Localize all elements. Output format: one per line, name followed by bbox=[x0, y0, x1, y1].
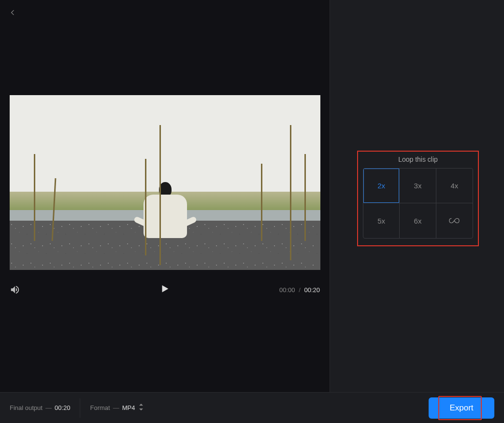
select-arrows-icon bbox=[139, 404, 144, 412]
format-group: Format — MP4 bbox=[90, 404, 144, 412]
final-output-group: Final output — 00:20 bbox=[10, 404, 70, 411]
format-value: MP4 bbox=[122, 404, 135, 411]
time-display: 00:00 / 00:20 bbox=[279, 286, 320, 294]
back-button[interactable] bbox=[7, 7, 18, 18]
volume-button[interactable] bbox=[10, 284, 20, 295]
final-output-value: 00:20 bbox=[55, 404, 71, 411]
duration: 00:20 bbox=[304, 286, 320, 294]
video-preview bbox=[10, 95, 320, 270]
export-button[interactable]: Export bbox=[429, 397, 494, 419]
preview-panel: 00:00 / 00:20 bbox=[0, 0, 330, 392]
loop-option-3x[interactable]: 3x bbox=[400, 169, 436, 203]
format-label: Format bbox=[90, 404, 110, 411]
settings-panel: Loop this clip 2x 3x 4x 5x 6x bbox=[330, 0, 504, 392]
loop-option-4x[interactable]: 4x bbox=[436, 169, 473, 203]
bottom-bar: Final output — 00:20 Format — MP4 Export bbox=[0, 392, 504, 423]
time-separator: / bbox=[299, 286, 301, 294]
loop-panel: Loop this clip 2x 3x 4x 5x 6x bbox=[357, 151, 479, 246]
loop-option-6x[interactable]: 6x bbox=[400, 203, 436, 238]
export-label: Export bbox=[449, 403, 473, 412]
play-button[interactable] bbox=[159, 283, 170, 296]
loop-option-2x[interactable]: 2x bbox=[363, 169, 400, 203]
play-icon bbox=[159, 283, 170, 294]
loop-title: Loop this clip bbox=[363, 155, 473, 168]
infinity-icon bbox=[449, 217, 460, 224]
loop-grid: 2x 3x 4x 5x 6x bbox=[363, 168, 473, 239]
loop-option-infinite[interactable] bbox=[436, 203, 473, 238]
current-time: 00:00 bbox=[279, 286, 295, 294]
final-output-label: Final output bbox=[10, 404, 43, 411]
player-controls: 00:00 / 00:20 bbox=[10, 280, 320, 299]
volume-icon bbox=[10, 284, 20, 295]
loop-option-5x[interactable]: 5x bbox=[363, 203, 400, 238]
chevron-left-icon bbox=[9, 9, 16, 16]
format-select[interactable]: MP4 bbox=[122, 404, 144, 412]
